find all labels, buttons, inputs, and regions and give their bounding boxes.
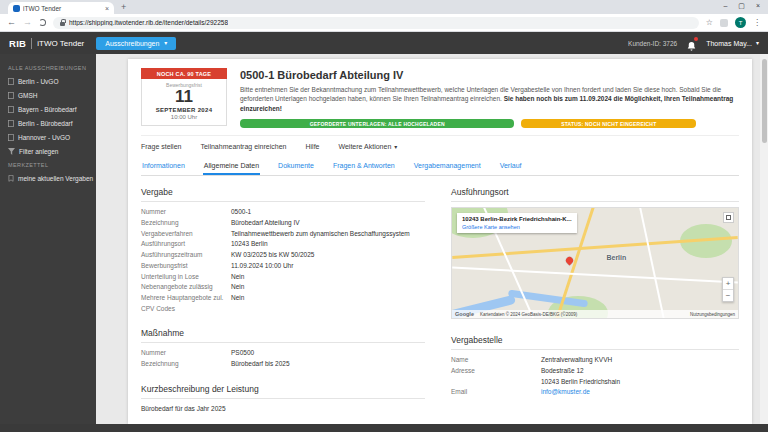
document-icon — [8, 106, 14, 113]
field-row: Nebenangebote zulässigNein — [141, 282, 425, 293]
field-label: Ausführungszeitraum — [141, 250, 231, 261]
user-menu[interactable]: Thomas May... ▾ — [706, 40, 759, 47]
sidebar-item-berlin-uvgo[interactable]: Berlin - UvGO — [0, 74, 96, 88]
map-terms-link[interactable]: Nutzungsbedingungen — [690, 312, 735, 317]
sidebar-item-label: Bayern - Bürobedarf — [18, 106, 77, 113]
bottom-bar — [0, 424, 768, 432]
field-row: Bewerbungsfrist11.09.2024 10:00 Uhr — [141, 261, 425, 272]
user-name: Thomas May... — [706, 40, 752, 47]
back-icon[interactable]: ← — [7, 18, 16, 27]
hilfe-button[interactable]: Hilfe — [305, 143, 319, 150]
scrollbar[interactable] — [760, 54, 768, 424]
tab-verlauf[interactable]: Verlauf — [499, 157, 523, 175]
field-value: PS0500 — [231, 348, 254, 359]
tab-allgemeine-daten[interactable]: Allgemeine Daten — [203, 157, 260, 175]
frage-stellen-button[interactable]: Frage stellen — [141, 143, 181, 150]
zoom-out-button[interactable]: − — [723, 290, 733, 301]
field-label: CPV Codes — [141, 304, 231, 315]
tender-description: Bitte entnehmen Sie der Bekanntmachung z… — [240, 85, 739, 113]
extension-icon[interactable] — [720, 19, 728, 27]
field-row: Unterteilung in LoseNein — [141, 272, 425, 283]
days-remaining-badge: NOCH CA. 90 TAGE — [141, 68, 227, 79]
field-value: Teilnahmewettbewerb zum dynamischen Besc… — [231, 229, 410, 240]
section-heading-massnahme: Maßnahme — [141, 320, 425, 343]
action-label: Hilfe — [305, 143, 319, 150]
field-value: Zentralverwaltung KVVH — [541, 355, 612, 366]
sidebar: ALLE AUSSCHREIBUNGEN Berlin - UvGO GMSH … — [0, 54, 96, 424]
browser-menu-icon[interactable]: ⋮ — [753, 19, 761, 27]
forward-icon[interactable]: → — [23, 18, 32, 27]
minimize-icon[interactable]: – — [723, 2, 727, 10]
browser-avatar[interactable]: T — [735, 17, 746, 28]
section-heading-vergabestelle: Vergabestelle — [451, 327, 739, 350]
field-value: Nein — [231, 282, 244, 293]
browser-tabstrip: iTWO Tender × + – ▢ × — [0, 0, 768, 14]
action-bar: Frage stellen Teilnahmeantrag einreichen… — [141, 135, 739, 156]
ausschreibungen-button[interactable]: Ausschreibungen ▾ — [96, 37, 176, 50]
sidebar-item-label: meine aktuellen Vergaben — [18, 175, 93, 182]
page-title: 0500-1 Bürobedarf Abteilung IV — [240, 69, 739, 81]
field-value: Bürobedarf bis 2025 — [231, 359, 290, 370]
field-row: VergabeverfahrenTeilnahmewettbewerb zum … — [141, 229, 425, 240]
tab-informationen[interactable]: Informationen — [141, 157, 186, 175]
tab-bar: Informationen Allgemeine Daten Dokumente… — [141, 157, 739, 176]
reload-icon[interactable] — [39, 19, 46, 26]
kurzbeschreibung-text: Bürobedarf für das Jahr 2025 — [141, 404, 425, 414]
ausschreibungen-label: Ausschreibungen — [105, 40, 159, 47]
section-heading-kurzbeschreibung: Kurzbeschreibung der Leistung — [141, 376, 425, 399]
close-icon[interactable]: × — [756, 2, 760, 10]
tab-fragen-antworten[interactable]: Fragen & Antworten — [332, 157, 396, 175]
sidebar-item-meine-aktuellen-vergaben[interactable]: meine aktuellen Vergaben — [0, 171, 96, 185]
sidebar-item-label: Hannover - UvGO — [18, 134, 70, 141]
sidebar-item-hannover-uvgo[interactable]: Hannover - UvGO — [0, 130, 96, 144]
sidebar-item-bayern-buerobedarf[interactable]: Bayern - Bürobedarf — [0, 102, 96, 116]
sidebar-item-gmsh[interactable]: GMSH — [0, 88, 96, 102]
google-logo: Google — [455, 311, 474, 317]
field-label: Nummer — [141, 207, 231, 218]
tab-close-icon[interactable]: × — [105, 5, 109, 12]
brand-divider — [31, 38, 32, 49]
url-input[interactable]: https://shipping.itwotender.rib.de/itend… — [53, 17, 699, 29]
browser-tab[interactable]: iTWO Tender × — [8, 2, 114, 14]
field-row: NummerPS0500 — [141, 348, 425, 359]
browser-urlbar: ← → https://shipping.itwotender.rib.de/i… — [0, 14, 768, 32]
field-label — [451, 377, 541, 388]
deadline-block: NOCH CA. 90 TAGE Bewerbungsfrist 11 SEPT… — [141, 68, 227, 128]
email-link[interactable]: info@kmuster.de — [541, 387, 590, 398]
notifications-bell-icon[interactable] — [686, 38, 697, 49]
sidebar-item-label: Berlin - Bürobedarf — [18, 120, 73, 127]
weitere-aktionen-button[interactable]: Weitere Aktionen▾ — [338, 143, 397, 150]
document-icon — [8, 134, 14, 141]
field-value: Nein — [231, 272, 244, 283]
field-label: Email — [451, 387, 541, 398]
app-logo: RIB iTWO Tender — [9, 38, 84, 49]
chevron-down-icon: ▾ — [394, 144, 397, 150]
field-label: Bewerbungsfrist — [141, 261, 231, 272]
maximize-icon[interactable]: ▢ — [738, 2, 745, 10]
field-value: Nein — [231, 293, 244, 304]
map-fullscreen-button[interactable] — [723, 212, 734, 223]
teilnahmeantrag-einreichen-button[interactable]: Teilnahmeantrag einreichen — [200, 143, 286, 150]
map-larger-link[interactable]: Größere Karte ansehen — [462, 224, 572, 230]
map-zoom-controls: + − — [722, 277, 734, 302]
tab-dokumente[interactable]: Dokumente — [277, 157, 315, 175]
lock-icon — [60, 22, 65, 26]
map[interactable]: Berlin 10243 Berlin-Bezirk Friedrichshai… — [451, 207, 739, 319]
sidebar-item-berlin-buerobedarf[interactable]: Berlin - Bürobedarf — [0, 116, 96, 130]
field-row: NameZentralverwaltung KVVH — [451, 355, 739, 366]
field-value: KW 03/2025 bis KW 50/2025 — [231, 250, 314, 261]
field-row: Ausführungsort10243 Berlin — [141, 239, 425, 250]
new-tab-button[interactable]: + — [121, 3, 126, 12]
app-header: RIB iTWO Tender Ausschreibungen ▾ Kunden… — [0, 32, 768, 54]
field-label: Bezeichnung — [141, 359, 231, 370]
field-row: BezeichnungBürobedarf Abteilung IV — [141, 218, 425, 229]
bookmark-star-icon[interactable]: ☆ — [706, 19, 713, 27]
zoom-in-button[interactable]: + — [723, 278, 733, 289]
map-info-window: 10243 Berlin-Bezirk Friedrichshain-K... … — [457, 213, 577, 233]
sidebar-item-filter-anlegen[interactable]: Filter anlegen — [0, 144, 96, 158]
filter-funnel-icon — [8, 148, 15, 155]
brand-product: iTWO Tender — [37, 39, 84, 48]
field-value: 0500-1 — [231, 207, 251, 218]
scrollbar-thumb[interactable] — [762, 59, 767, 143]
tab-vergabemanagement[interactable]: Vergabemanagement — [413, 157, 482, 175]
